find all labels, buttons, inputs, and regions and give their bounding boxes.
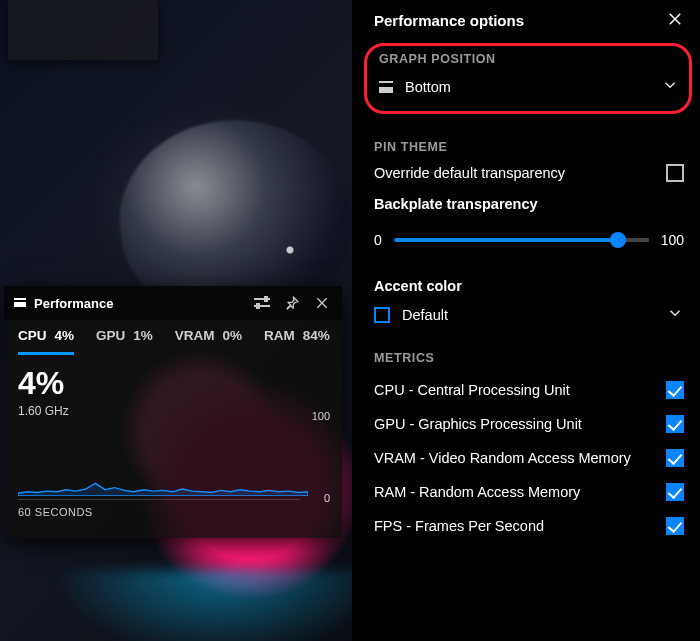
metric-checkbox[interactable] (666, 381, 684, 399)
cpu-chart (18, 426, 328, 496)
metric-row[interactable]: CPU - Central Processing Unit (374, 381, 684, 399)
performance-tabs: CPU4%GPU1%VRAM0%RAM84% (4, 320, 342, 355)
chevron-down-icon (666, 304, 684, 325)
cpu-chart-path (18, 483, 308, 496)
chevron-down-icon (661, 76, 679, 97)
metric-checkbox[interactable] (666, 415, 684, 433)
metric-label: FPS - Frames Per Second (374, 518, 666, 534)
performance-widget: Performance CPU4%GPU1%VRAM0%RAM84% 4% 1.… (4, 286, 342, 538)
tab-value: 4% (55, 328, 75, 343)
graph-position-dropdown[interactable]: Bottom (379, 76, 679, 97)
accent-color-swatch (374, 307, 390, 323)
close-icon[interactable] (314, 295, 330, 311)
graph-position-value: Bottom (405, 79, 661, 95)
override-transparency-label: Override default transparency (374, 165, 666, 181)
tab-name: RAM (264, 328, 295, 346)
panel-title: Performance options (374, 12, 666, 29)
backplate-transparency-slider[interactable] (394, 238, 649, 242)
accent-color-value: Default (402, 307, 666, 323)
tab-name: GPU (96, 328, 125, 346)
graph-position-highlight: GRAPH POSITION Bottom (364, 43, 692, 114)
metrics-label: METRICS (374, 351, 684, 365)
override-transparency-row[interactable]: Override default transparency (374, 164, 684, 182)
metric-checkbox[interactable] (666, 483, 684, 501)
metric-row[interactable]: VRAM - Video Random Access Memory (374, 449, 684, 467)
performance-icon (14, 298, 26, 308)
metric-row[interactable]: GPU - Graphics Processing Unit (374, 415, 684, 433)
metric-checkbox[interactable] (666, 517, 684, 535)
tab-ram[interactable]: RAM84% (264, 328, 330, 355)
performance-titlebar[interactable]: Performance (4, 286, 342, 320)
y-min: 0 (312, 492, 330, 504)
metric-label: VRAM - Video Random Access Memory (374, 450, 666, 466)
settings-icon[interactable] (254, 295, 270, 311)
cpu-big-value: 4% (18, 365, 328, 402)
tab-value: 0% (223, 328, 243, 346)
slider-min: 0 (374, 232, 382, 248)
cpu-clock: 1.60 GHz (18, 404, 328, 418)
chart-x-label: 60 SECONDS (18, 506, 328, 518)
metric-label: RAM - Random Access Memory (374, 484, 666, 500)
performance-title: Performance (34, 296, 254, 311)
pin-theme-label: PIN THEME (374, 140, 684, 154)
position-bottom-icon (379, 81, 393, 93)
performance-options-panel: Performance options GRAPH POSITION Botto… (352, 0, 700, 641)
chart-baseline (18, 499, 300, 500)
metric-label: GPU - Graphics Processing Unit (374, 416, 666, 432)
panel-close-icon[interactable] (666, 10, 684, 31)
tab-vram[interactable]: VRAM0% (175, 328, 242, 355)
slider-max: 100 (661, 232, 684, 248)
background-widget (8, 0, 158, 60)
tab-name: CPU (18, 328, 47, 343)
y-max: 100 (312, 410, 330, 422)
metrics-list: CPU - Central Processing UnitGPU - Graph… (374, 381, 684, 535)
backplate-transparency-label: Backplate transparency (374, 196, 684, 212)
tab-value: 1% (133, 328, 153, 346)
metric-checkbox[interactable] (666, 449, 684, 467)
accent-color-label: Accent color (374, 278, 684, 294)
graph-position-label: GRAPH POSITION (379, 52, 679, 66)
chart-y-axis: 100 0 (312, 410, 330, 504)
tab-gpu[interactable]: GPU1% (96, 328, 153, 355)
override-transparency-checkbox[interactable] (666, 164, 684, 182)
accent-color-dropdown[interactable]: Default (374, 304, 684, 325)
tab-value: 84% (303, 328, 330, 346)
tab-name: VRAM (175, 328, 215, 346)
tab-cpu[interactable]: CPU4% (18, 328, 74, 355)
metric-row[interactable]: FPS - Frames Per Second (374, 517, 684, 535)
pin-icon[interactable] (284, 295, 300, 311)
metric-label: CPU - Central Processing Unit (374, 382, 666, 398)
metric-row[interactable]: RAM - Random Access Memory (374, 483, 684, 501)
